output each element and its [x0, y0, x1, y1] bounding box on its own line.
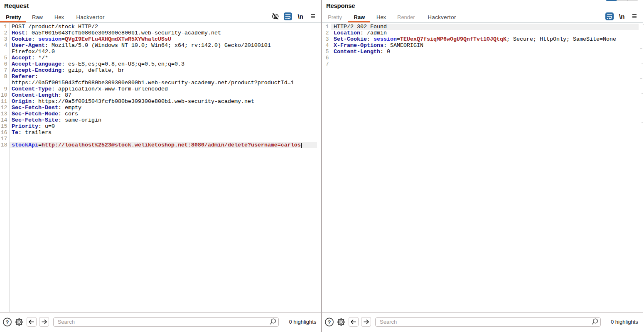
- svg-text:?: ?: [6, 319, 9, 325]
- svg-text:?: ?: [328, 319, 331, 325]
